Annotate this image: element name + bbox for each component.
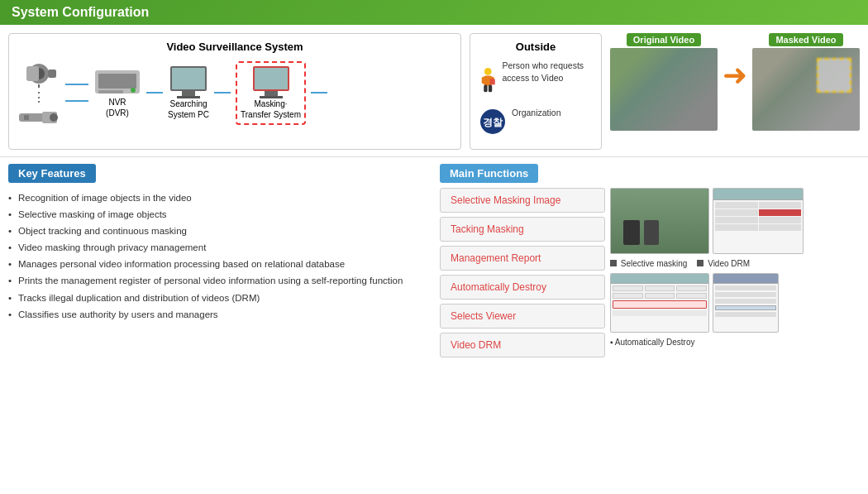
masked-video-frame [752, 48, 860, 131]
transition-arrow: ➜ [723, 58, 747, 93]
bottom-section: Key Features Recognition of image object… [0, 157, 868, 364]
police-icon: 경찰 [479, 108, 507, 136]
monitor-screen-1 [170, 66, 207, 91]
nvr-device: NVR(DVR) [93, 67, 141, 118]
searching-pc-label: SearchingSystem PC [168, 98, 209, 120]
bottom-screenshot-row [610, 273, 804, 333]
ptz-camera-icon [18, 60, 60, 88]
feature-item: Video masking through privacy management [8, 239, 428, 256]
svg-rect-8 [24, 115, 29, 120]
main-functions-header: Main Functions [440, 164, 538, 183]
screenshots-panel: Selective masking Video DRM [610, 188, 804, 357]
searching-pc-monitor [170, 66, 207, 98]
masked-video-label: Masked Video [769, 33, 842, 46]
blur-overlay [817, 58, 851, 93]
feature-item: Tracks illegal duplication and distribut… [8, 290, 428, 306]
original-video-label: Original Video [627, 33, 701, 46]
svg-text:경찰: 경찰 [483, 117, 503, 128]
svg-rect-17 [484, 85, 487, 93]
svg-rect-5 [19, 113, 44, 122]
btn-management-report[interactable]: Management Report [440, 246, 605, 271]
nvr-label: NVR(DVR) [106, 97, 129, 118]
connector-2 [214, 92, 231, 94]
masking-transfer-device: Masking·Transfer System [236, 61, 306, 125]
function-buttons-list: Selective Masking Image Tacking Masking … [440, 188, 605, 357]
svg-rect-15 [482, 77, 485, 84]
feature-item: Recognition of image objects in the vide… [8, 189, 428, 206]
nvr-icon [93, 67, 141, 97]
connector-1 [146, 92, 163, 94]
btn-tacking-masking[interactable]: Tacking Masking [440, 217, 605, 242]
cam-to-nvr-connector [65, 84, 88, 102]
svg-point-7 [50, 113, 58, 122]
svg-rect-18 [489, 85, 492, 93]
bullet-camera-icon [17, 108, 60, 126]
connector-3 [311, 92, 327, 94]
person-icon [479, 60, 497, 101]
original-video-content [610, 48, 718, 131]
main-functions-panel: Main Functions Selective Masking Image T… [440, 164, 860, 357]
form-screenshot-3 [713, 273, 779, 333]
svg-rect-19 [490, 79, 495, 84]
top-section: Video Surveillance System ⋮ [0, 25, 868, 157]
btn-automatically-destroy[interactable]: Automatically Destroy [440, 275, 605, 300]
surveillance-title: Video Surveillance System [17, 41, 452, 53]
key-features-header: Key Features [8, 164, 96, 183]
feature-item: Classifies use authority by users and ma… [8, 306, 428, 323]
feature-item: Selective masking of image objects [8, 206, 428, 223]
ellipsis: ⋮ [32, 91, 46, 104]
person-text: Person who requests access to Video [502, 60, 593, 84]
surveillance-box: Video Surveillance System ⋮ [8, 33, 461, 150]
functions-content: Selective Masking Image Tacking Masking … [440, 188, 860, 357]
btn-video-drm[interactable]: Video DRM [440, 333, 605, 357]
feature-list: Recognition of image objects in the vide… [8, 189, 428, 323]
auto-destroy-label: ▪ Automatically Destroy [610, 338, 804, 347]
organization-item: 경찰 Organization [479, 108, 593, 136]
btn-selects-viewer[interactable]: Selects Viewer [440, 304, 605, 329]
legend-video-drm: Video DRM [697, 259, 750, 268]
masking-screen [253, 66, 289, 91]
masking-pc-monitor [253, 66, 289, 98]
form-screenshot-1 [713, 188, 804, 254]
legend-row-1: Selective masking Video DRM [610, 259, 804, 268]
surveillance-content: ⋮ NVR( [17, 60, 452, 126]
top-screenshot-row [610, 188, 804, 254]
feature-item: Object tracking and continuous masking [8, 223, 428, 239]
feature-item: Manages personal video information proce… [8, 256, 428, 272]
legend-icon-1 [610, 260, 617, 266]
original-video-block: Original Video [610, 33, 718, 131]
svg-rect-12 [98, 90, 123, 94]
legend-icon-2 [697, 260, 703, 266]
svg-rect-2 [48, 70, 56, 78]
form-screenshot-2 [610, 273, 709, 333]
key-features-panel: Key Features Recognition of image object… [8, 164, 428, 357]
page-header: System Configuration [0, 0, 868, 25]
original-video-frame [610, 48, 718, 131]
svg-rect-3 [26, 66, 39, 81]
person-item: Person who requests access to Video [479, 60, 593, 101]
svg-rect-10 [98, 74, 136, 89]
btn-selective-masking[interactable]: Selective Masking Image [440, 188, 605, 213]
camera-group: ⋮ [17, 60, 60, 126]
aerial-screenshot [610, 188, 709, 254]
feature-item: Prints the management register of person… [8, 272, 428, 289]
svg-point-13 [484, 68, 492, 75]
masked-video-block: Masked Video [752, 33, 860, 131]
legend-selective-masking: Selective masking [610, 259, 687, 268]
searching-pc-device: SearchingSystem PC [168, 66, 209, 120]
video-comparison: Original Video ➜ Masked Video [610, 33, 860, 150]
outside-box: Outside Person who requests access to Vi… [470, 33, 602, 150]
svg-point-11 [131, 88, 136, 93]
page-title: System Configuration [12, 5, 149, 20]
organization-text: Organization [512, 108, 561, 118]
masking-transfer-label: Masking·Transfer System [241, 98, 301, 120]
outside-title: Outside [479, 41, 593, 53]
